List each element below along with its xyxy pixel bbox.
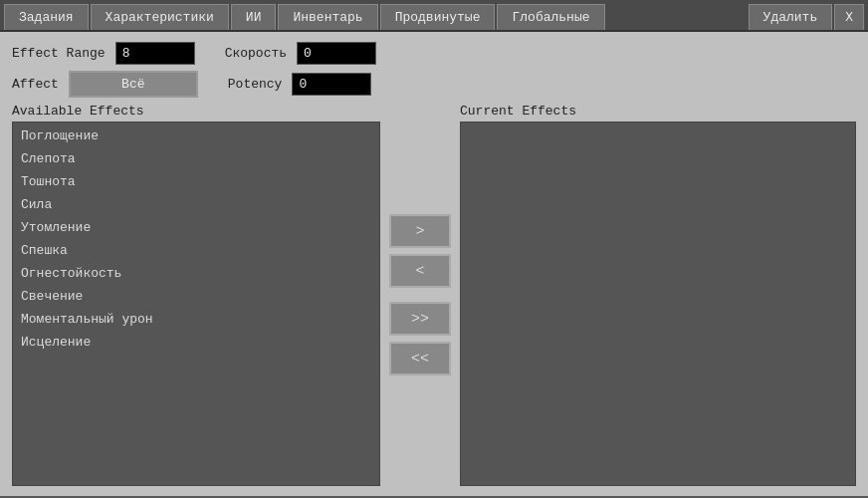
list-item[interactable]: Тошнота [13,170,379,193]
list-item[interactable]: Слепота [13,147,379,170]
potency-group: Potency [228,73,372,96]
form-row-2: Affect Всё Potency [12,71,856,98]
remove-all-button[interactable]: << [389,342,451,375]
current-effects-title: Current Effects [460,104,856,119]
current-effects-list[interactable] [461,123,855,126]
speed-group: Скорость [225,42,376,65]
remove-button[interactable]: < [389,254,451,288]
list-item[interactable]: Сила [13,193,379,216]
affect-group: Affect Всё [12,71,198,98]
tab-ai[interactable]: ИИ [231,4,277,30]
close-button[interactable]: X [834,4,864,30]
list-item[interactable]: Исцеление [13,331,379,354]
list-item[interactable]: Утомление [13,216,379,239]
add-button[interactable]: > [389,214,451,248]
list-item[interactable]: Спешка [13,239,379,262]
available-effects-container: ПоглощениеСлепотаТошнотаСилаУтомлениеСпе… [12,122,380,486]
effect-range-group: Effect Range [12,42,195,65]
lists-section: Available Effects ПоглощениеСлепотаТошно… [12,104,856,486]
transfer-buttons-panel: > < >> << [380,104,460,486]
current-effects-container [460,122,856,486]
speed-label: Скорость [225,46,287,61]
speed-input[interactable] [297,42,376,65]
tab-inventory[interactable]: Инвентарь [278,4,377,30]
tab-tasks[interactable]: Задания [4,4,89,30]
current-panel: Current Effects [460,104,856,486]
tab-global[interactable]: Глобальные [497,4,604,30]
list-item[interactable]: Огнестойкость [13,262,379,285]
effect-range-label: Effect Range [12,46,106,61]
add-all-button[interactable]: >> [389,302,451,336]
affect-label: Affect [12,77,59,92]
main-content: Effect Range Скорость Affect Всё Potency… [0,32,868,496]
list-item[interactable]: Свечение [13,285,379,308]
affect-all-button[interactable]: Всё [69,71,198,98]
tab-chars[interactable]: Характеристики [91,4,229,30]
tab-bar: Задания Характеристики ИИ Инвентарь Прод… [0,0,868,32]
available-panel: Available Effects ПоглощениеСлепотаТошно… [12,104,380,486]
potency-label: Potency [228,77,283,92]
form-row-1: Effect Range Скорость [12,42,856,65]
potency-input[interactable] [292,73,371,96]
available-effects-title: Available Effects [12,104,380,119]
list-item[interactable]: Моментальный урон [13,308,379,331]
list-item[interactable]: Поглощение [13,124,379,147]
available-effects-list[interactable]: ПоглощениеСлепотаТошнотаСилаУтомлениеСпе… [13,123,379,485]
tab-advanced[interactable]: Продвинутые [380,4,496,30]
effect-range-input[interactable] [115,42,195,65]
delete-button[interactable]: Удалить [749,4,833,30]
